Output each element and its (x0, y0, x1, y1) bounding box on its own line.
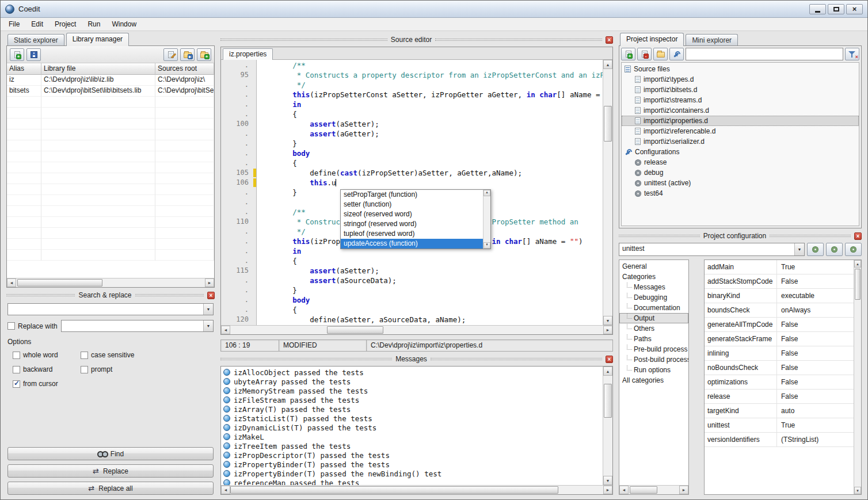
tree-item-release[interactable]: release (622, 157, 859, 167)
menu-item-file[interactable]: File (3, 18, 25, 30)
tree-item-source-files[interactable]: Source files (622, 64, 859, 74)
tree-item-unittest-active[interactable]: unittest (active) (622, 178, 859, 188)
category-others[interactable]: Others (619, 323, 688, 334)
category-general[interactable]: General (619, 261, 688, 272)
close-button[interactable]: × (846, 4, 863, 14)
config-settings-button-2[interactable] (826, 243, 843, 256)
remove-source-button[interactable]: - (637, 48, 652, 60)
project-options-button[interactable] (669, 48, 684, 60)
close-search-panel-button[interactable]: × (207, 292, 215, 299)
inspector-tree[interactable]: Source filesimport\iz\types.dimport\iz\b… (621, 62, 859, 226)
close-messages-panel-button[interactable]: × (606, 356, 613, 363)
property-row[interactable]: generateAllTmpCodeFalse (705, 318, 854, 332)
scrollbar-track[interactable] (629, 486, 679, 494)
scrollbar-track[interactable] (484, 196, 490, 242)
category-paths[interactable]: Paths (619, 334, 688, 344)
categories-horizontal-scrollbar[interactable]: ◄► (619, 485, 688, 494)
editor-body[interactable]: .95....100....105106...110....115....120… (221, 60, 612, 325)
property-row[interactable]: addMainTrue (705, 260, 854, 274)
property-value[interactable]: onAlways (777, 303, 854, 317)
scroll-up-icon[interactable]: ▲ (484, 190, 490, 196)
property-value[interactable]: executable (777, 289, 854, 303)
property-value[interactable]: (TStringList) (777, 433, 854, 446)
checkbox-whole-word[interactable]: whole word (13, 351, 81, 359)
completion-item[interactable]: tupleof (reserved word) (341, 229, 483, 239)
scrollbar-track[interactable] (603, 376, 612, 476)
scrollbar-thumb[interactable] (630, 486, 657, 494)
tree-item-import-iz-streams-d[interactable]: import\iz\streams.d (622, 95, 859, 105)
scroll-left-icon[interactable]: ◄ (619, 486, 629, 494)
message-item[interactable]: izTreeItem passed the tests (221, 441, 603, 451)
property-value[interactable]: auto (777, 404, 854, 418)
completion-scrollbar[interactable]: ▲ ▼ (483, 190, 490, 249)
chevron-down-icon[interactable]: ▼ (203, 320, 213, 331)
category-output[interactable]: Output (619, 313, 688, 323)
completion-item[interactable]: setter (function) (341, 200, 483, 209)
checkbox-prompt[interactable]: prompt (81, 365, 214, 373)
scrollbar-track[interactable] (230, 326, 603, 334)
replace-all-button[interactable]: ⇄ Replace all (7, 482, 214, 495)
completion-item[interactable]: stringof (reserved word) (341, 219, 483, 229)
scroll-up-icon[interactable]: ▲ (854, 260, 861, 268)
maximize-button[interactable] (828, 4, 844, 14)
scrollbar-track[interactable] (854, 268, 861, 487)
category-documentation[interactable]: Documentation (619, 303, 688, 313)
property-value[interactable]: False (777, 318, 854, 331)
scrollbar-track[interactable] (230, 486, 603, 494)
property-row[interactable]: unittestTrue (705, 418, 854, 433)
editor-vertical-scrollbar[interactable]: ▲▼ (603, 60, 612, 325)
scroll-down-icon[interactable]: ▼ (484, 242, 490, 249)
property-row[interactable]: releaseFalse (705, 390, 854, 404)
scroll-left-icon[interactable]: ◄ (7, 278, 16, 287)
chevron-down-icon[interactable]: ▼ (794, 243, 804, 255)
category-messages[interactable]: Messages (619, 282, 688, 292)
column-header-sources-root[interactable]: Sources root (155, 63, 214, 75)
property-row[interactable]: noBoundsCheckFalse (705, 361, 854, 375)
tab-mini-explorer[interactable]: Mini explorer (686, 34, 738, 45)
tree-item-import-iz-types-d[interactable]: import\iz\types.d (622, 74, 859, 85)
tab-iz-properties[interactable]: iz.properties (223, 48, 273, 60)
close-configuration-panel-button[interactable]: × (854, 232, 862, 240)
minimize-button[interactable] (809, 4, 826, 14)
property-row[interactable]: addStackStompCodeFalse (705, 274, 854, 289)
tab-static-explorer[interactable]: Static explorer (7, 34, 64, 45)
property-row[interactable]: targetKindauto (705, 404, 854, 418)
tree-item-import-iz-containers-d[interactable]: import\iz\containers.d (622, 105, 859, 116)
message-item[interactable]: izPropertyBinder(T) passed the tests (221, 460, 603, 469)
open-library-folder-button[interactable]: ▸ (180, 48, 195, 61)
library-table[interactable]: AliasLibrary fileSources rootizC:\Dev\dp… (7, 63, 214, 278)
search-term-combo[interactable]: ▼ (7, 303, 214, 315)
config-settings-button-1[interactable] (807, 243, 824, 256)
scrollbar-thumb[interactable] (604, 384, 612, 418)
message-item[interactable]: izMemoryStream passed the tests (221, 386, 603, 395)
property-value[interactable]: False (777, 390, 854, 403)
property-value[interactable]: True (777, 260, 854, 274)
save-library-button[interactable] (26, 48, 41, 61)
edit-library-button[interactable] (163, 48, 178, 61)
close-editor-panel-button[interactable]: × (606, 36, 613, 44)
messages-list[interactable]: izAllocObject passed the testsubyteArray… (221, 367, 603, 485)
message-item[interactable]: izDynamicList(T) passed the tests (221, 423, 603, 432)
find-button[interactable]: Find (7, 447, 214, 460)
message-item[interactable]: izMakeL (221, 432, 603, 441)
config-settings-button-3[interactable] (845, 243, 862, 256)
scroll-right-icon[interactable]: ► (603, 326, 612, 334)
title-bar[interactable]: Coedit × (1, 1, 867, 18)
tab-project-inspector[interactable]: Project inspector (620, 33, 684, 46)
add-source-button[interactable]: + (621, 48, 635, 60)
category-run-options[interactable]: Run options (619, 365, 688, 375)
completion-list[interactable]: setPropTarget (function)setter (function… (341, 190, 483, 249)
message-item[interactable]: referenceMan passed the tests (221, 478, 603, 485)
menu-item-run[interactable]: Run (82, 18, 106, 30)
column-header-library-file[interactable]: Library file (41, 63, 155, 75)
property-row[interactable]: inliningFalse (705, 346, 854, 361)
scroll-left-icon[interactable]: ◄ (221, 486, 230, 494)
categories-list[interactable]: GeneralCategoriesMessagesDebuggingDocume… (619, 260, 688, 485)
checkbox-backward[interactable]: backward (13, 365, 81, 373)
scroll-right-icon[interactable]: ► (603, 486, 612, 494)
category-all-categories[interactable]: All categories (619, 375, 688, 386)
property-value[interactable]: False (777, 274, 854, 288)
tree-item-configurations[interactable]: Configurations (622, 147, 859, 157)
property-row[interactable]: generateStackFrameFalse (705, 332, 854, 346)
clear-filter-button[interactable]: × (845, 48, 859, 60)
